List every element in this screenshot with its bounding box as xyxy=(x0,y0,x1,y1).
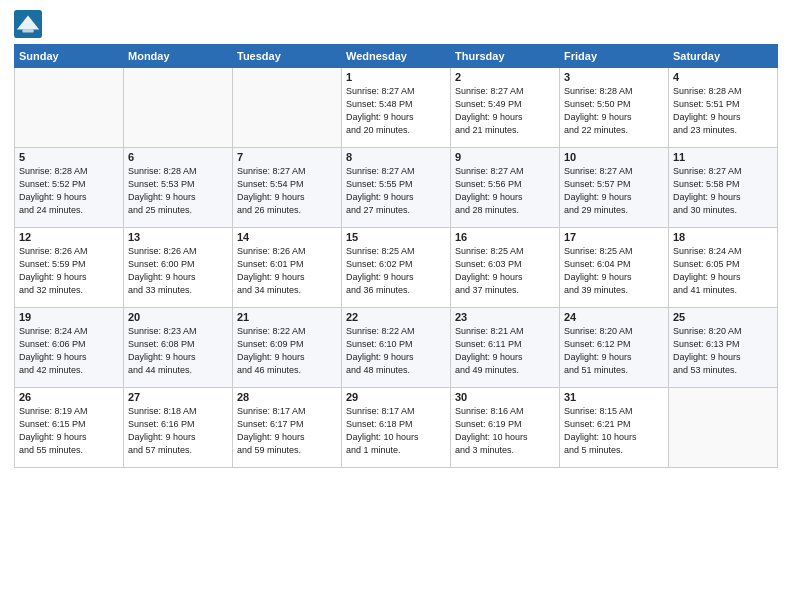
calendar-page: SundayMondayTuesdayWednesdayThursdayFrid… xyxy=(0,0,792,612)
day-info: Sunrise: 8:21 AM Sunset: 6:11 PM Dayligh… xyxy=(455,325,555,377)
day-info: Sunrise: 8:27 AM Sunset: 5:55 PM Dayligh… xyxy=(346,165,446,217)
day-number: 4 xyxy=(673,71,773,83)
day-number: 11 xyxy=(673,151,773,163)
day-info: Sunrise: 8:24 AM Sunset: 6:06 PM Dayligh… xyxy=(19,325,119,377)
calendar-week-row: 19Sunrise: 8:24 AM Sunset: 6:06 PM Dayli… xyxy=(15,308,778,388)
day-number: 26 xyxy=(19,391,119,403)
calendar-cell: 8Sunrise: 8:27 AM Sunset: 5:55 PM Daylig… xyxy=(342,148,451,228)
svg-rect-2 xyxy=(22,30,33,33)
calendar-cell: 5Sunrise: 8:28 AM Sunset: 5:52 PM Daylig… xyxy=(15,148,124,228)
day-info: Sunrise: 8:16 AM Sunset: 6:19 PM Dayligh… xyxy=(455,405,555,457)
calendar-cell: 2Sunrise: 8:27 AM Sunset: 5:49 PM Daylig… xyxy=(451,68,560,148)
calendar-cell: 1Sunrise: 8:27 AM Sunset: 5:48 PM Daylig… xyxy=(342,68,451,148)
calendar-week-row: 1Sunrise: 8:27 AM Sunset: 5:48 PM Daylig… xyxy=(15,68,778,148)
day-number: 31 xyxy=(564,391,664,403)
day-info: Sunrise: 8:20 AM Sunset: 6:13 PM Dayligh… xyxy=(673,325,773,377)
calendar-table: SundayMondayTuesdayWednesdayThursdayFrid… xyxy=(14,44,778,468)
calendar-cell: 11Sunrise: 8:27 AM Sunset: 5:58 PM Dayli… xyxy=(669,148,778,228)
day-info: Sunrise: 8:25 AM Sunset: 6:03 PM Dayligh… xyxy=(455,245,555,297)
day-info: Sunrise: 8:26 AM Sunset: 6:00 PM Dayligh… xyxy=(128,245,228,297)
day-number: 12 xyxy=(19,231,119,243)
calendar-cell xyxy=(124,68,233,148)
calendar-cell: 27Sunrise: 8:18 AM Sunset: 6:16 PM Dayli… xyxy=(124,388,233,468)
day-number: 7 xyxy=(237,151,337,163)
day-number: 22 xyxy=(346,311,446,323)
calendar-cell: 21Sunrise: 8:22 AM Sunset: 6:09 PM Dayli… xyxy=(233,308,342,388)
calendar-cell: 3Sunrise: 8:28 AM Sunset: 5:50 PM Daylig… xyxy=(560,68,669,148)
day-info: Sunrise: 8:22 AM Sunset: 6:10 PM Dayligh… xyxy=(346,325,446,377)
calendar-cell xyxy=(233,68,342,148)
day-info: Sunrise: 8:22 AM Sunset: 6:09 PM Dayligh… xyxy=(237,325,337,377)
calendar-cell: 18Sunrise: 8:24 AM Sunset: 6:05 PM Dayli… xyxy=(669,228,778,308)
day-number: 13 xyxy=(128,231,228,243)
calendar-cell: 12Sunrise: 8:26 AM Sunset: 5:59 PM Dayli… xyxy=(15,228,124,308)
day-number: 5 xyxy=(19,151,119,163)
day-info: Sunrise: 8:17 AM Sunset: 6:17 PM Dayligh… xyxy=(237,405,337,457)
day-info: Sunrise: 8:25 AM Sunset: 6:02 PM Dayligh… xyxy=(346,245,446,297)
day-number: 17 xyxy=(564,231,664,243)
day-info: Sunrise: 8:18 AM Sunset: 6:16 PM Dayligh… xyxy=(128,405,228,457)
day-info: Sunrise: 8:27 AM Sunset: 5:54 PM Dayligh… xyxy=(237,165,337,217)
day-info: Sunrise: 8:27 AM Sunset: 5:49 PM Dayligh… xyxy=(455,85,555,137)
day-info: Sunrise: 8:17 AM Sunset: 6:18 PM Dayligh… xyxy=(346,405,446,457)
day-number: 25 xyxy=(673,311,773,323)
day-number: 8 xyxy=(346,151,446,163)
day-number: 16 xyxy=(455,231,555,243)
day-info: Sunrise: 8:23 AM Sunset: 6:08 PM Dayligh… xyxy=(128,325,228,377)
day-info: Sunrise: 8:27 AM Sunset: 5:58 PM Dayligh… xyxy=(673,165,773,217)
day-info: Sunrise: 8:19 AM Sunset: 6:15 PM Dayligh… xyxy=(19,405,119,457)
day-number: 10 xyxy=(564,151,664,163)
day-header-wednesday: Wednesday xyxy=(342,45,451,68)
day-info: Sunrise: 8:24 AM Sunset: 6:05 PM Dayligh… xyxy=(673,245,773,297)
calendar-cell: 24Sunrise: 8:20 AM Sunset: 6:12 PM Dayli… xyxy=(560,308,669,388)
calendar-cell: 4Sunrise: 8:28 AM Sunset: 5:51 PM Daylig… xyxy=(669,68,778,148)
calendar-cell: 10Sunrise: 8:27 AM Sunset: 5:57 PM Dayli… xyxy=(560,148,669,228)
page-header xyxy=(14,10,778,38)
day-number: 2 xyxy=(455,71,555,83)
day-number: 19 xyxy=(19,311,119,323)
day-number: 6 xyxy=(128,151,228,163)
calendar-cell: 9Sunrise: 8:27 AM Sunset: 5:56 PM Daylig… xyxy=(451,148,560,228)
calendar-cell: 20Sunrise: 8:23 AM Sunset: 6:08 PM Dayli… xyxy=(124,308,233,388)
day-info: Sunrise: 8:26 AM Sunset: 6:01 PM Dayligh… xyxy=(237,245,337,297)
day-number: 28 xyxy=(237,391,337,403)
day-header-saturday: Saturday xyxy=(669,45,778,68)
calendar-cell: 13Sunrise: 8:26 AM Sunset: 6:00 PM Dayli… xyxy=(124,228,233,308)
day-header-thursday: Thursday xyxy=(451,45,560,68)
calendar-cell xyxy=(669,388,778,468)
day-header-friday: Friday xyxy=(560,45,669,68)
logo xyxy=(14,10,46,38)
day-info: Sunrise: 8:28 AM Sunset: 5:51 PM Dayligh… xyxy=(673,85,773,137)
day-info: Sunrise: 8:20 AM Sunset: 6:12 PM Dayligh… xyxy=(564,325,664,377)
day-info: Sunrise: 8:25 AM Sunset: 6:04 PM Dayligh… xyxy=(564,245,664,297)
calendar-cell: 7Sunrise: 8:27 AM Sunset: 5:54 PM Daylig… xyxy=(233,148,342,228)
day-number: 21 xyxy=(237,311,337,323)
calendar-cell: 17Sunrise: 8:25 AM Sunset: 6:04 PM Dayli… xyxy=(560,228,669,308)
day-number: 9 xyxy=(455,151,555,163)
calendar-cell: 30Sunrise: 8:16 AM Sunset: 6:19 PM Dayli… xyxy=(451,388,560,468)
calendar-week-row: 5Sunrise: 8:28 AM Sunset: 5:52 PM Daylig… xyxy=(15,148,778,228)
calendar-cell: 16Sunrise: 8:25 AM Sunset: 6:03 PM Dayli… xyxy=(451,228,560,308)
day-number: 3 xyxy=(564,71,664,83)
calendar-cell: 22Sunrise: 8:22 AM Sunset: 6:10 PM Dayli… xyxy=(342,308,451,388)
calendar-cell: 15Sunrise: 8:25 AM Sunset: 6:02 PM Dayli… xyxy=(342,228,451,308)
calendar-cell: 26Sunrise: 8:19 AM Sunset: 6:15 PM Dayli… xyxy=(15,388,124,468)
day-info: Sunrise: 8:27 AM Sunset: 5:56 PM Dayligh… xyxy=(455,165,555,217)
day-header-sunday: Sunday xyxy=(15,45,124,68)
calendar-week-row: 12Sunrise: 8:26 AM Sunset: 5:59 PM Dayli… xyxy=(15,228,778,308)
calendar-cell: 31Sunrise: 8:15 AM Sunset: 6:21 PM Dayli… xyxy=(560,388,669,468)
calendar-cell: 19Sunrise: 8:24 AM Sunset: 6:06 PM Dayli… xyxy=(15,308,124,388)
day-number: 1 xyxy=(346,71,446,83)
day-number: 18 xyxy=(673,231,773,243)
day-info: Sunrise: 8:28 AM Sunset: 5:50 PM Dayligh… xyxy=(564,85,664,137)
day-number: 29 xyxy=(346,391,446,403)
day-info: Sunrise: 8:26 AM Sunset: 5:59 PM Dayligh… xyxy=(19,245,119,297)
calendar-cell xyxy=(15,68,124,148)
day-info: Sunrise: 8:27 AM Sunset: 5:48 PM Dayligh… xyxy=(346,85,446,137)
calendar-cell: 25Sunrise: 8:20 AM Sunset: 6:13 PM Dayli… xyxy=(669,308,778,388)
calendar-cell: 28Sunrise: 8:17 AM Sunset: 6:17 PM Dayli… xyxy=(233,388,342,468)
day-number: 14 xyxy=(237,231,337,243)
logo-icon xyxy=(14,10,42,38)
day-number: 24 xyxy=(564,311,664,323)
calendar-cell: 29Sunrise: 8:17 AM Sunset: 6:18 PM Dayli… xyxy=(342,388,451,468)
